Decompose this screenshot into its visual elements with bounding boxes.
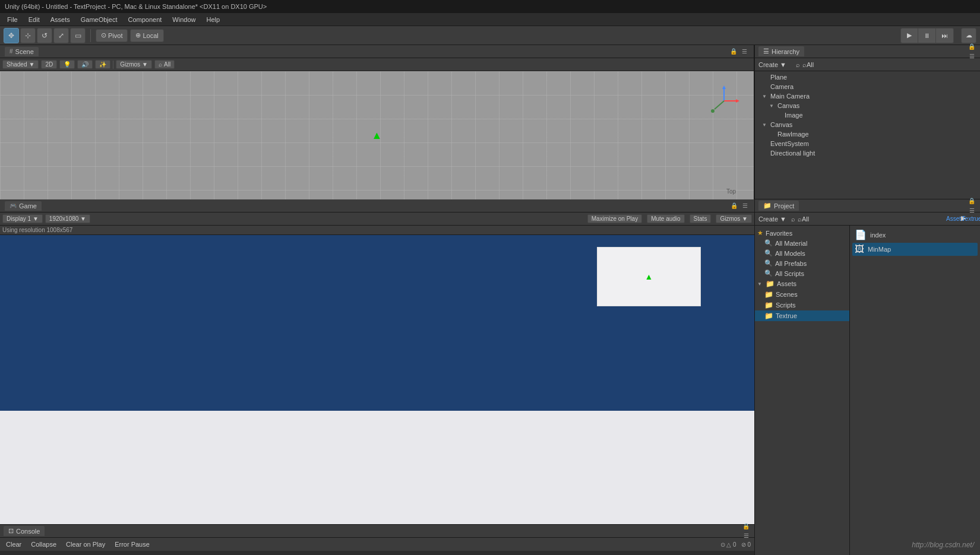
hierarchy-item-image[interactable]: Image xyxy=(755,110,980,120)
console-clear-on-play-btn[interactable]: Clear on Play xyxy=(64,540,108,548)
transform-tools: ✥ ⊹ ↺ ⤢ ▭ xyxy=(4,28,86,43)
console-lock-btn[interactable]: 🔒 xyxy=(741,522,751,531)
local-button[interactable]: ⊕ Local xyxy=(130,29,163,42)
scene-audio-btn[interactable]: 🔊 xyxy=(77,60,93,69)
project-all-material[interactable]: 🔍 All Material xyxy=(755,238,849,248)
project-file-minmap[interactable]: 🖼 MinMap xyxy=(852,243,978,256)
all-material-label: All Material xyxy=(775,240,807,247)
scene-player-arrow: ▲ xyxy=(372,129,382,142)
project-textrue-btn[interactable]: Textrue xyxy=(967,214,976,224)
hierarchy-plane-label: Plane xyxy=(770,74,787,81)
scene-search[interactable]: ⌕ All xyxy=(154,60,175,69)
game-gizmos-label: Gizmos xyxy=(720,215,740,222)
hierarchy-item-canvas-1[interactable]: ▼ Canvas xyxy=(755,101,980,110)
project-all-scripts[interactable]: 🔍 All Scripts xyxy=(755,268,849,278)
game-panel-tab: 🎮 Game 🔒 ☰ xyxy=(0,199,754,213)
hierarchy-item-canvas-2[interactable]: ▼ Canvas xyxy=(755,120,980,129)
menu-component[interactable]: Component xyxy=(123,15,166,24)
tool-translate[interactable]: ⊹ xyxy=(20,28,36,43)
hierarchy-lock-btn[interactable]: 🔒 xyxy=(967,42,976,52)
console-error-count: ⊘ 0 xyxy=(741,541,751,548)
project-search-all[interactable]: ⌕All xyxy=(798,215,809,223)
scene-fx-btn[interactable]: ✨ xyxy=(95,60,110,69)
tool-rect[interactable]: ▭ xyxy=(70,28,86,43)
tool-scale[interactable]: ⤢ xyxy=(53,28,69,43)
pivot-button[interactable]: ⊙ Pivot xyxy=(96,29,128,42)
scene-panel: # Scene 🔒 ☰ Shaded ▼ 2D 💡 🔊 ✨ xyxy=(0,45,754,199)
project-tab[interactable]: 📁 Project xyxy=(758,201,799,211)
gizmos-dropdown[interactable]: Gizmos ▼ xyxy=(116,60,152,69)
project-lock-btn[interactable]: 🔒 xyxy=(967,196,976,206)
tool-rotate[interactable]: ↺ xyxy=(37,28,52,43)
project-create-btn[interactable]: Create ▼ xyxy=(758,215,786,223)
scene-menu-btn[interactable]: ☰ xyxy=(739,47,749,56)
console-error-pause-btn[interactable]: Error Pause xyxy=(112,540,152,548)
project-assets-btn[interactable]: Assets xyxy=(950,214,960,224)
project-assets-header[interactable]: ▼ 📁 Assets xyxy=(755,278,849,289)
hierarchy-create-btn[interactable]: Create ▼ xyxy=(758,61,786,68)
tool-hand[interactable]: ✥ xyxy=(4,28,19,43)
project-favorites-header[interactable]: ★ Favorites xyxy=(755,228,849,238)
game-menu-btn[interactable]: ☰ xyxy=(740,201,750,211)
game-player-arrow: ▲ xyxy=(645,272,653,281)
assets-expand-icon: ▼ xyxy=(757,281,763,287)
hierarchy-item-rawimage[interactable]: RawImage xyxy=(755,129,980,139)
game-lock-btn[interactable]: 🔒 xyxy=(729,201,739,211)
display-dropdown[interactable]: Display 1 ▼ xyxy=(2,214,43,223)
pause-button[interactable]: ⏸ xyxy=(918,28,936,43)
scene-panel-tab: # Scene 🔒 ☰ xyxy=(0,45,754,58)
hierarchy-item-eventsystem[interactable]: EventSystem xyxy=(755,139,980,148)
step-button[interactable]: ⏭ xyxy=(936,28,954,43)
project-files: 📄 index 🖼 MinMap xyxy=(850,226,980,555)
scenes-label: Scenes xyxy=(776,291,798,298)
all-prefabs-search-icon: 🔍 xyxy=(764,259,773,267)
resolution-dropdown[interactable]: 1920x1080 ▼ xyxy=(45,214,90,223)
menu-edit[interactable]: Edit xyxy=(24,15,45,24)
maximize-btn[interactable]: Maximize on Play xyxy=(587,214,642,223)
game-tab-title[interactable]: 🎮 Game xyxy=(5,201,42,211)
shading-dropdown[interactable]: Shaded ▼ xyxy=(2,60,39,69)
hierarchy-search-all[interactable]: ⌕All xyxy=(802,61,814,68)
index-file-label: index xyxy=(870,231,886,239)
hierarchy-item-camera[interactable]: Camera xyxy=(755,82,980,91)
console-tab[interactable]: ⊡ Console xyxy=(4,526,45,536)
scene-tab-title[interactable]: # Scene xyxy=(5,47,39,56)
all-material-search-icon: 🔍 xyxy=(764,239,773,247)
project-scripts[interactable]: 📁 Scripts xyxy=(755,300,849,310)
hierarchy-tab[interactable]: ☰ Hierarchy xyxy=(758,46,804,56)
scene-light-btn[interactable]: 💡 xyxy=(59,60,75,69)
console-clear-btn[interactable]: Clear xyxy=(4,540,24,548)
project-all-prefabs[interactable]: 🔍 All Prefabs xyxy=(755,258,849,268)
hierarchy-item-plane[interactable]: Plane xyxy=(755,72,980,82)
hierarchy-item-main-camera[interactable]: ▼ Main Camera xyxy=(755,91,980,101)
menu-file[interactable]: File xyxy=(2,15,23,24)
console-status-icons: ⊙ △ 0 xyxy=(720,541,736,548)
scene-gizmo[interactable] xyxy=(706,83,742,119)
stats-btn[interactable]: Stats xyxy=(690,214,712,223)
game-resolution-info: Using resolution 1008x567 xyxy=(0,226,754,235)
project-scenes[interactable]: 📁 Scenes xyxy=(755,289,849,300)
scene-lock-btn[interactable]: 🔒 xyxy=(729,47,738,56)
resolution-info-text: Using resolution 1008x567 xyxy=(2,227,72,233)
hierarchy-item-dirlight[interactable]: Directional light xyxy=(755,148,980,158)
menu-gameobject[interactable]: GameObject xyxy=(76,15,122,24)
game-tab-actions: 🔒 ☰ xyxy=(729,201,750,211)
menu-help[interactable]: Help xyxy=(201,15,225,24)
menu-assets[interactable]: Assets xyxy=(46,15,75,24)
scene-view[interactable]: ▲ Top xyxy=(0,71,754,199)
title-bar-text: Unity (64bit) - Untitled - TextProject -… xyxy=(5,3,267,10)
mute-btn[interactable]: Mute audio xyxy=(647,214,684,223)
console-collapse-btn[interactable]: Collapse xyxy=(29,540,59,548)
project-file-index[interactable]: 📄 index xyxy=(852,228,978,242)
gizmos-arrow: ▼ xyxy=(142,61,148,68)
2d-button[interactable]: 2D xyxy=(41,60,57,69)
textrue-label: Textrue xyxy=(776,312,797,319)
project-textrue[interactable]: 📁 Textrue xyxy=(755,310,849,321)
cloud-button[interactable]: ☁ xyxy=(961,28,976,43)
game-gizmos-btn[interactable]: Gizmos ▼ xyxy=(716,214,752,223)
project-all-models[interactable]: 🔍 All Models xyxy=(755,248,849,258)
resolution-label: 1920x1080 xyxy=(49,215,79,222)
menu-window[interactable]: Window xyxy=(167,15,200,24)
scene-toolbar-sep xyxy=(113,61,113,69)
play-button[interactable]: ▶ xyxy=(900,28,918,43)
